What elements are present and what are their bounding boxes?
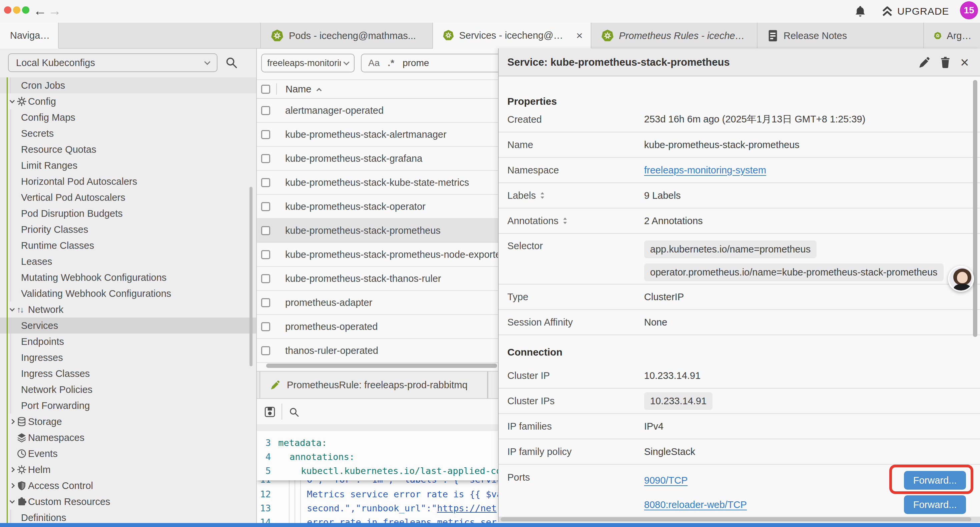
detail-panel-title: Service: kube-prometheus-stack-prometheu… — [508, 48, 730, 76]
sidebar-item-ingresses[interactable]: Ingresses — [0, 350, 257, 366]
notification-count-badge[interactable]: 15 — [960, 2, 978, 19]
scrollbar-thumb[interactable] — [501, 517, 971, 521]
property-label: Cluster IP — [508, 370, 644, 381]
checkbox[interactable] — [261, 298, 270, 307]
sidebar-group-storage[interactable]: Storage — [0, 414, 257, 430]
sidebar-item-horizontal-pod-autoscalers[interactable]: Horizontal Pod Autoscalers — [0, 174, 257, 189]
sidebar-item-vertical-pod-autoscalers[interactable]: Vertical Pod Autoscalers — [0, 189, 257, 205]
sidebar-item-label: Services — [21, 320, 58, 331]
notifications-bell-icon[interactable] — [854, 5, 866, 18]
forward-button[interactable]: Forward... — [904, 471, 966, 490]
checkbox[interactable] — [261, 274, 270, 283]
sidebar-item-leases[interactable]: Leases — [0, 253, 257, 269]
indent-guide — [10, 382, 11, 398]
property-label: IP families — [508, 421, 644, 432]
sidebar-item-ingress-classes[interactable]: Ingress Classes — [0, 366, 257, 382]
upgrade-button[interactable]: UPGRADE — [881, 6, 949, 17]
namespace-link[interactable]: freeleaps-monitoring-system — [644, 165, 766, 176]
sidebar-item-config-maps[interactable]: Config Maps — [0, 110, 257, 126]
sidebar-group-helm[interactable]: Helm — [0, 462, 257, 478]
section-heading-connection: Connection — [508, 347, 562, 358]
port-link[interactable]: 8080:reloader-web/TCP — [644, 499, 747, 510]
back-button[interactable]: ← — [33, 3, 47, 19]
checkbox[interactable] — [261, 130, 270, 139]
sidebar-search-icon[interactable] — [226, 57, 237, 69]
avatar[interactable] — [948, 266, 974, 292]
sidebar-item-validating-webhook-configurations[interactable]: Validating Webhook Configurations — [0, 285, 257, 301]
sidebar-item-services[interactable]: Services — [0, 318, 257, 334]
namespace-selector[interactable]: freeleaps-monitoring-system — [261, 54, 355, 72]
expand-updown-icon[interactable] — [562, 217, 568, 225]
tab-close-icon[interactable]: × — [570, 29, 583, 42]
panel-vertical-scrollbar[interactable] — [973, 80, 977, 337]
indent-guide — [10, 269, 11, 285]
sidebar-item-namespaces[interactable]: Namespaces — [0, 430, 257, 446]
checkbox[interactable] — [261, 346, 270, 355]
match-case-toggle[interactable]: Aa — [368, 58, 380, 68]
sidebar-group-access-control[interactable]: Access Control — [0, 478, 257, 494]
sidebar-item-secrets[interactable]: Secrets — [0, 126, 257, 142]
edit-pencil-icon[interactable] — [918, 56, 930, 68]
sidebar-item-cron-jobs[interactable]: Cron Jobs — [0, 77, 257, 93]
sidebar-item-mutating-webhook-configurations[interactable]: Mutating Webhook Configurations — [0, 269, 257, 285]
property-value: 10.233.14.91 — [644, 370, 700, 381]
code-text: second.","runbook_url":" — [307, 503, 437, 513]
sidebar-item-runtime-classes[interactable]: Runtime Classes — [0, 237, 257, 253]
trash-icon[interactable] — [940, 56, 951, 68]
close-icon[interactable]: × — [960, 48, 969, 76]
regex-toggle[interactable]: .* — [388, 58, 395, 68]
sidebar-item-events[interactable]: Events — [0, 446, 257, 462]
sidebar-item-label: Runtime Classes — [21, 240, 94, 251]
tab-services[interactable]: Services - icecheng@math... × — [433, 23, 592, 49]
checkbox[interactable] — [261, 154, 270, 163]
checkbox[interactable] — [261, 250, 270, 259]
close-window-button[interactable] — [4, 6, 11, 14]
sidebar-group-network[interactable]: ↑↓Network — [0, 301, 257, 318]
checkbox[interactable] — [261, 322, 270, 331]
sidebar-item-definitions[interactable]: Definitions — [0, 509, 257, 523]
kubeconfig-selector[interactable]: Local Kubeconfigs — [8, 53, 218, 72]
sidebar-item-network-policies[interactable]: Network Policies — [0, 382, 257, 398]
sidebar-item-port-forwarding[interactable]: Port Forwarding — [0, 398, 257, 414]
checkbox[interactable] — [261, 106, 270, 115]
editor-tab-prometheusrule[interactable]: PrometheusRule: freeleaps-prod-rabbitmq — [259, 372, 488, 398]
sidebar-group-custom-resources[interactable]: Custom Resources — [0, 494, 257, 509]
runbook-url-link[interactable]: https://net — [437, 503, 497, 513]
zoom-window-button[interactable] — [22, 6, 29, 14]
tab-release-notes[interactable]: Release Notes — [757, 23, 924, 49]
editor-search-icon[interactable] — [289, 407, 299, 417]
chevron-down-icon — [10, 98, 15, 103]
indent-guide — [10, 318, 11, 334]
forward-button[interactable]: Forward... — [904, 495, 966, 514]
minimize-window-button[interactable] — [13, 6, 20, 14]
select-all-checkbox[interactable] — [261, 85, 270, 94]
tab-prometheus-rules[interactable]: Prometheus Rules - icecheng... — [592, 23, 757, 49]
sidebar-item-pod-disruption-budgets[interactable]: Pod Disruption Budgets — [0, 205, 257, 221]
checkbox[interactable] — [261, 226, 270, 235]
service-name: prometheus-operated — [285, 321, 378, 332]
column-header-name[interactable]: Name — [286, 84, 311, 95]
table-horizontal-scrollbar[interactable] — [266, 363, 497, 368]
sidebar-group-config[interactable]: Config — [0, 93, 257, 110]
expand-updown-icon[interactable] — [540, 191, 545, 199]
sidebar-item-label: Namespaces — [28, 432, 84, 443]
property-row-ports: Ports 9090/TCP Forward... 8080:reloader-… — [499, 465, 980, 518]
port-link[interactable]: 9090/TCP — [644, 475, 688, 486]
checkbox[interactable] — [261, 202, 270, 211]
save-button[interactable] — [264, 406, 275, 417]
tab-pods[interactable]: Pods - icecheng@mathmas... — [261, 23, 433, 49]
sidebar-item-endpoints[interactable]: Endpoints — [0, 334, 257, 350]
sidebar-item-resource-quotas[interactable]: Resource Quotas — [0, 142, 257, 158]
sidebar-item-priority-classes[interactable]: Priority Classes — [0, 221, 257, 237]
panel-horizontal-scrollbar[interactable] — [499, 517, 980, 522]
search-input[interactable]: Aa .* prome — [361, 54, 504, 72]
sidebar-scrollbar[interactable] — [250, 187, 253, 366]
indent-guide — [10, 142, 11, 158]
chevron-right-icon — [10, 419, 15, 424]
indent-guide — [10, 126, 11, 142]
tab-argo[interactable]: Argo Se... — [924, 23, 980, 49]
sidebar-item-limit-ranges[interactable]: Limit Ranges — [0, 158, 257, 174]
forward-button[interactable]: → — [48, 3, 61, 19]
checkbox[interactable] — [261, 178, 270, 187]
tab-navigator[interactable]: Navigator — [0, 23, 59, 49]
